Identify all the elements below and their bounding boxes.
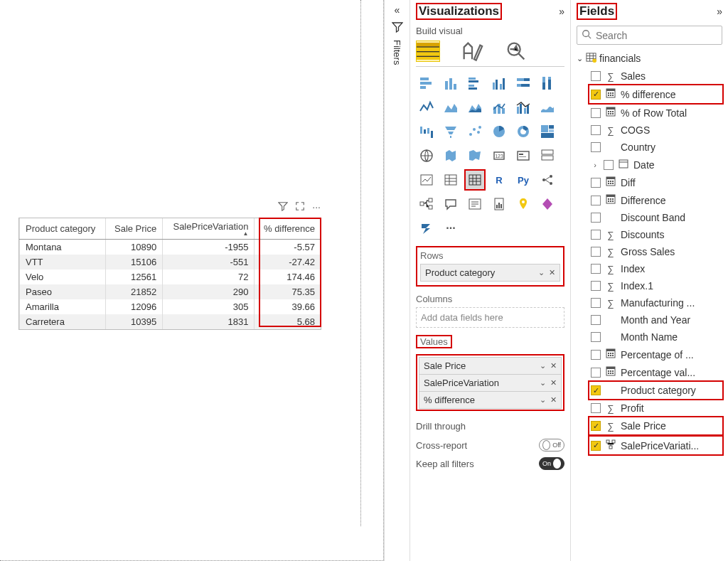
field-checkbox[interactable] [591,403,601,413]
viz-arcgis-icon[interactable] [513,193,534,215]
keep-all-filters-toggle[interactable]: On [539,457,564,470]
field-checkbox[interactable] [591,441,601,451]
viz-100pct-bar-icon[interactable] [513,73,534,94]
table-row[interactable]: Montana10890-1955-5.57 [20,240,321,255]
table-row[interactable]: Amarilla1209630539.66 [20,299,321,314]
chevron-down-icon[interactable]: ⌄ [540,395,546,405]
remove-field-icon[interactable]: ✕ [550,378,557,388]
field-item[interactable]: Profit [589,400,722,417]
viz-map-icon[interactable] [416,145,437,166]
table-node-financials[interactable]: ⌄ financials [577,52,722,65]
field-checkbox[interactable] [591,213,601,223]
format-visual-tab[interactable] [460,41,484,62]
field-item[interactable]: Discounts [589,226,722,243]
viz-100pct-column-icon[interactable] [537,73,558,94]
values-well-item-pct-diff[interactable]: % difference ⌄✕ [419,391,562,409]
field-item[interactable]: Month Name [589,328,722,346]
values-well-item-sale-price[interactable]: Sale Price ⌄✕ [419,357,562,375]
chevron-right-icon[interactable]: › [591,161,599,169]
field-checkbox[interactable] [591,247,601,257]
field-item[interactable]: Diff [589,173,722,191]
viz-table-icon[interactable] [440,169,461,191]
viz-gauge-icon[interactable]: 123 [488,145,510,166]
viz-clustered-bar-icon[interactable] [464,73,486,94]
field-checkbox[interactable] [591,264,601,274]
col-header-sale-price[interactable]: Sale Price [106,218,163,240]
field-item[interactable]: Index.1 [589,277,722,294]
field-item[interactable]: Manufacturing ... [589,294,722,311]
viz-funnel-icon[interactable] [440,121,461,142]
chevron-down-icon[interactable]: ⌄ [540,378,546,388]
field-checkbox[interactable] [591,315,601,325]
cross-report-toggle[interactable]: Off [539,439,564,452]
focus-mode-icon[interactable] [295,201,305,213]
col-header-pct-difference[interactable]: % difference [255,218,321,240]
field-checkbox[interactable] [591,281,601,291]
expand-filters-icon[interactable]: « [395,4,400,16]
field-checkbox[interactable] [591,368,601,378]
viz-r-script-icon[interactable]: R [488,169,510,191]
table-row[interactable]: Paseo2185229075.35 [20,284,321,299]
viz-card-icon[interactable] [513,145,534,166]
filter-icon[interactable] [278,201,288,213]
field-checkbox[interactable] [591,421,601,431]
viz-line-stacked-column-icon[interactable] [488,97,510,118]
viz-donut-icon[interactable] [513,121,534,142]
field-checkbox[interactable] [591,385,601,395]
viz-key-influencers-icon[interactable] [537,169,558,191]
field-checkbox[interactable] [591,142,601,152]
viz-kpi-icon[interactable] [416,169,437,191]
viz-pie-icon[interactable] [488,121,510,142]
matrix-visual[interactable]: ··· Product category Sale Price SalePric… [18,218,321,330]
field-checkbox[interactable] [591,230,601,240]
viz-stacked-column-icon[interactable] [440,73,461,94]
field-item[interactable]: Percentage val... [589,363,722,381]
field-item[interactable]: Country [589,139,722,156]
table-row[interactable]: VTT15106-551-27.42 [20,255,321,269]
viz-matrix-icon[interactable] [464,169,486,191]
viz-python-icon[interactable]: Py [513,169,534,191]
field-item[interactable]: Sales [589,68,722,85]
remove-field-icon[interactable]: ✕ [550,361,557,370]
search-input[interactable] [596,30,717,41]
field-item[interactable]: ›Date [589,156,722,173]
field-checkbox[interactable] [604,160,614,170]
field-item[interactable]: % difference [588,84,724,105]
chevron-down-icon[interactable]: ⌄ [540,361,546,370]
viz-filled-map-icon[interactable] [440,145,461,166]
chevron-down-icon[interactable]: ⌄ [538,268,545,277]
field-item[interactable]: Month and Year [589,311,722,328]
rows-well-item[interactable]: Product category ⌄✕ [420,264,560,282]
viz-get-more-icon[interactable]: ··· [440,218,461,239]
viz-clustered-column-icon[interactable] [488,73,510,94]
viz-decomposition-tree-icon[interactable] [416,193,437,215]
field-checkbox[interactable] [591,108,601,118]
field-item[interactable]: Difference [589,191,722,209]
field-item[interactable]: Gross Sales [589,243,722,260]
viz-power-automate-icon[interactable] [416,218,437,239]
filters-pane-collapsed[interactable]: « Filters [384,0,410,561]
remove-field-icon[interactable]: ✕ [550,395,557,405]
viz-powerapps-icon[interactable] [537,193,558,215]
remove-field-icon[interactable]: ✕ [549,268,555,277]
viz-ribbon-icon[interactable] [537,97,558,118]
field-item[interactable]: Product category [588,380,724,400]
field-item[interactable]: % of Row Total [589,104,722,122]
field-checkbox[interactable] [591,178,601,188]
columns-well-placeholder[interactable]: Add data fields here [416,307,564,328]
viz-shape-map-icon[interactable] [464,145,486,166]
field-item[interactable]: Index [589,260,722,277]
fields-search[interactable] [577,26,722,45]
field-checkbox[interactable] [591,350,601,360]
viz-paginated-report-icon[interactable] [488,193,510,215]
collapse-fields-icon[interactable]: » [717,6,722,17]
more-options-icon[interactable]: ··· [312,201,321,213]
field-checkbox[interactable] [591,125,601,135]
field-checkbox[interactable] [591,298,601,308]
viz-area-icon[interactable] [440,97,461,118]
build-visual-tab[interactable] [416,41,440,62]
table-row[interactable]: Carretera1039518315.68 [20,314,321,329]
field-checkbox[interactable] [591,332,601,342]
collapse-visualizations-icon[interactable]: » [559,6,564,17]
analytics-tab[interactable] [504,41,528,62]
